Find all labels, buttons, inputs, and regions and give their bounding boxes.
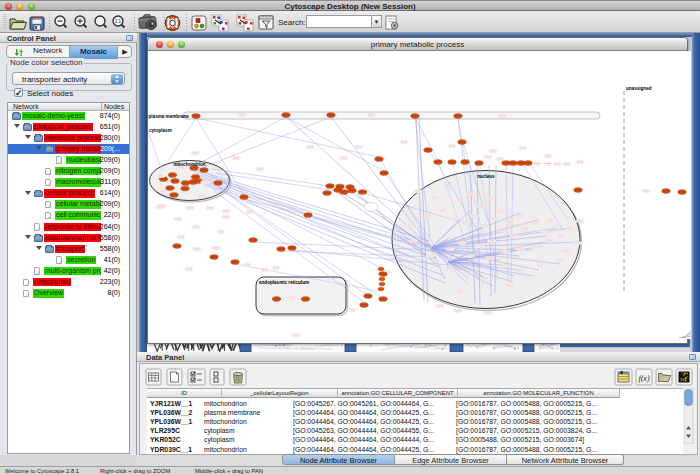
- svg-text:plasma membrane: plasma membrane: [149, 114, 190, 119]
- svg-text:1:1: 1:1: [115, 19, 122, 24]
- svg-text:f(x): f(x): [638, 374, 649, 383]
- svg-text:mitochondrion: mitochondrion: [173, 162, 205, 167]
- svg-text:nucleus: nucleus: [477, 174, 495, 179]
- svg-text:cytoplasm: cytoplasm: [149, 128, 172, 133]
- svg-text:unassigned: unassigned: [626, 86, 652, 91]
- svg-text:endoplasmic reticulum: endoplasmic reticulum: [259, 280, 309, 285]
